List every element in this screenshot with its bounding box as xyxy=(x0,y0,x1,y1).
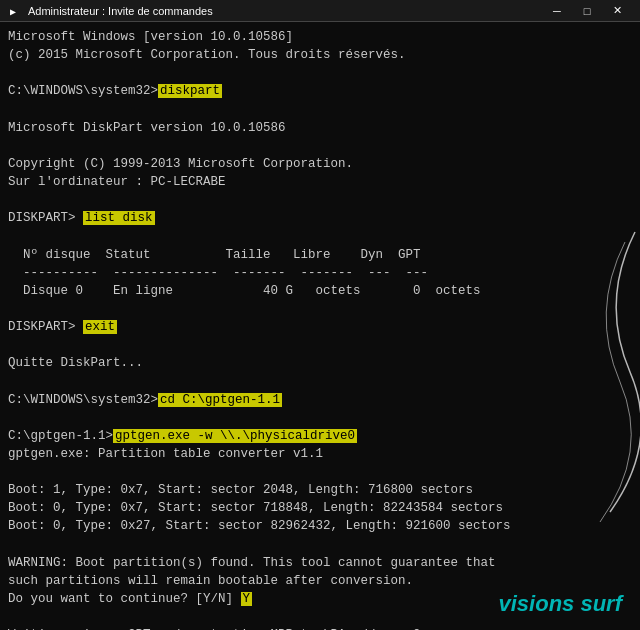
line-text: Copyright (C) 1999-2013 Microsoft Corpor… xyxy=(8,157,353,171)
terminal-line: Microsoft DiskPart version 10.0.10586 xyxy=(8,119,632,137)
terminal-line: ---------- -------------- ------- ------… xyxy=(8,264,632,282)
terminal-line xyxy=(8,137,632,155)
terminal-line: Boot: 0, Type: 0x7, Start: sector 718848… xyxy=(8,499,632,517)
terminal-line: WARNING: Boot partition(s) found. This t… xyxy=(8,554,632,572)
answer-y: Y xyxy=(241,592,253,606)
terminal-line: Copyright (C) 1999-2013 Microsoft Corpor… xyxy=(8,155,632,173)
terminal-line xyxy=(8,64,632,82)
terminal-line xyxy=(8,409,632,427)
warning-line2: such partitions will remain bootable aft… xyxy=(8,574,413,588)
terminal-line xyxy=(8,101,632,119)
terminal-line: C:\gptgen-1.1>gptgen.exe -w \\.\physical… xyxy=(8,427,632,445)
cmd-icon: ▶ xyxy=(8,4,22,18)
terminal-line: gptgen.exe: Partition table converter v1… xyxy=(8,445,632,463)
terminal-line xyxy=(8,463,632,481)
table-sep: ---------- -------------- ------- ------… xyxy=(8,266,428,280)
terminal-line: Sur l'ordinateur : PC-LECRABE xyxy=(8,173,632,191)
terminal-line: Writing primary GPT and protective MBR t… xyxy=(8,626,632,630)
minimize-button[interactable]: ─ xyxy=(542,0,572,22)
table-header: Nº disque Statut Taille Libre Dyn GPT xyxy=(8,248,421,262)
terminal-line xyxy=(8,336,632,354)
terminal-line: C:\WINDOWS\system32>diskpart xyxy=(8,82,632,100)
title-bar: ▶ Administrateur : Invite de commandes ─… xyxy=(0,0,640,22)
boot-line2: Boot: 0, Type: 0x7, Start: sector 718848… xyxy=(8,501,503,515)
title-bar-controls: ─ □ ✕ xyxy=(542,0,632,22)
title-bar-left: ▶ Administrateur : Invite de commandes xyxy=(8,4,213,18)
line-text: (c) 2015 Microsoft Corporation. Tous dro… xyxy=(8,48,406,62)
command-exit: exit xyxy=(83,320,117,334)
boot-line1: Boot: 1, Type: 0x7, Start: sector 2048, … xyxy=(8,483,473,497)
command-diskpart: diskpart xyxy=(158,84,222,98)
terminal-line: Quitte DiskPart... xyxy=(8,354,632,372)
terminal: Microsoft Windows [version 10.0.10586] (… xyxy=(0,22,640,630)
diskpart-prompt2: DISKPART> xyxy=(8,320,83,334)
terminal-line: Nº disque Statut Taille Libre Dyn GPT xyxy=(8,246,632,264)
terminal-line xyxy=(8,536,632,554)
command-gptgen: gptgen.exe -w \\.\physicaldrive0 xyxy=(113,429,357,443)
terminal-line: Disque 0 En ligne 40 G octets 0 octets xyxy=(8,282,632,300)
terminal-line: DISKPART> exit xyxy=(8,318,632,336)
line-text: Quitte DiskPart... xyxy=(8,356,143,370)
command-listdisk: list disk xyxy=(83,211,155,225)
line-text: Sur l'ordinateur : PC-LECRABE xyxy=(8,175,226,189)
table-row: Disque 0 En ligne 40 G octets 0 octets xyxy=(8,284,481,298)
prompt: C:\WINDOWS\system32> xyxy=(8,84,158,98)
maximize-button[interactable]: □ xyxy=(572,0,602,22)
terminal-line xyxy=(8,227,632,245)
terminal-line xyxy=(8,372,632,390)
terminal-line: Microsoft Windows [version 10.0.10586] xyxy=(8,28,632,46)
line-text: Microsoft DiskPart version 10.0.10586 xyxy=(8,121,286,135)
prompt2: C:\WINDOWS\system32> xyxy=(8,393,158,407)
terminal-line: DISKPART> list disk xyxy=(8,209,632,227)
warning-line1: WARNING: Boot partition(s) found. This t… xyxy=(8,556,496,570)
title-bar-title: Administrateur : Invite de commandes xyxy=(28,5,213,17)
terminal-line: Boot: 0, Type: 0x27, Start: sector 82962… xyxy=(8,517,632,535)
command-cd: cd C:\gptgen-1.1 xyxy=(158,393,282,407)
continue-prompt: Do you want to continue? [Y/N] xyxy=(8,592,241,606)
boot-line3: Boot: 0, Type: 0x27, Start: sector 82962… xyxy=(8,519,511,533)
line-text: Microsoft Windows [version 10.0.10586] xyxy=(8,30,293,44)
diskpart-prompt: DISKPART> xyxy=(8,211,83,225)
terminal-line: (c) 2015 Microsoft Corporation. Tous dro… xyxy=(8,46,632,64)
terminal-line: Boot: 1, Type: 0x7, Start: sector 2048, … xyxy=(8,481,632,499)
terminal-line xyxy=(8,191,632,209)
svg-text:▶: ▶ xyxy=(10,6,16,17)
watermark: visions surf xyxy=(499,588,622,620)
close-button[interactable]: ✕ xyxy=(602,0,632,22)
prompt3: C:\gptgen-1.1> xyxy=(8,429,113,443)
terminal-line: C:\WINDOWS\system32>cd C:\gptgen-1.1 xyxy=(8,391,632,409)
terminal-line xyxy=(8,300,632,318)
line-text: gptgen.exe: Partition table converter v1… xyxy=(8,447,323,461)
